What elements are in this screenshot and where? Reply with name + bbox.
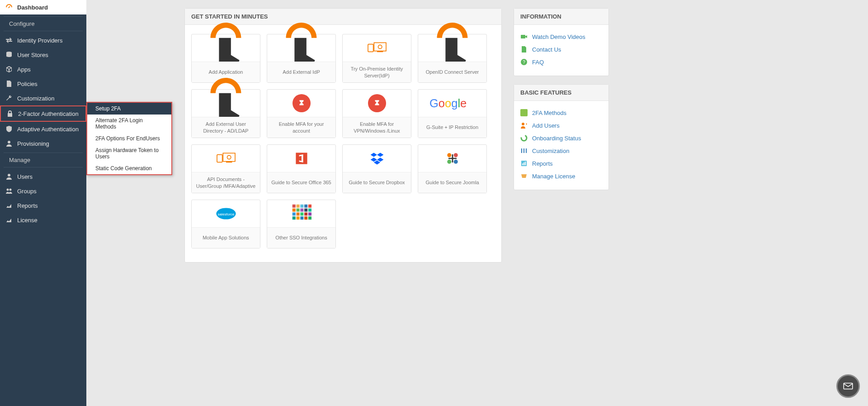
chat-button[interactable] [836,374,860,398]
card-openid-connect[interactable]: OpenID Connect Server [418,34,487,83]
sidebar-item-adaptive-auth[interactable]: Adaptive Authentication [0,122,86,136]
link-watch-demo[interactable]: Watch Demo Videos [520,30,602,43]
svg-rect-40 [308,216,311,220]
lock-icon [6,110,14,117]
info-panel-header: INFORMATION [514,9,609,25]
sidebar-item-user-stores[interactable]: User Stores [0,48,86,62]
sidebar-item-policies[interactable]: Policies [0,76,86,91]
google-logo-icon: Google [418,90,486,117]
report-icon [520,160,528,167]
card-onpremise-idp[interactable]: Try On-Premise Identity Server(IdP) [342,34,411,83]
shield-icon [5,125,13,133]
svg-rect-26 [292,209,295,212]
svg-rect-39 [304,216,307,220]
card-label: Other SSO Integrations [267,227,335,248]
link-label: Watch Demo Videos [532,33,585,40]
information-panel: INFORMATION Watch Demo Videos Contact Us… [514,8,609,76]
link-add-users[interactable]: Add Users [520,119,602,132]
svg-rect-53 [525,162,526,165]
link-contact-us[interactable]: Contact Us [520,43,602,56]
card-api-documents[interactable]: API Documents - User/Group /MFA/Adaptive [191,144,260,193]
sidebar-item-2fa[interactable]: 2-Factor Authentication [0,105,86,122]
sidebar: Dashboard Configure Identity Providers U… [0,0,86,406]
card-enable-mfa-account[interactable]: Enable MFA for your account [267,89,336,138]
svg-rect-23 [300,205,303,208]
svg-rect-33 [300,212,303,215]
link-faq[interactable]: ? FAQ [520,56,602,68]
document-icon [5,80,13,87]
card-dropbox[interactable]: Guide to Secure Dropbox [342,144,411,193]
link-customization[interactable]: Customization [520,144,602,157]
sidebar-item-groups[interactable]: Groups [0,184,86,198]
sidebar-item-apps[interactable]: Apps [0,62,86,76]
badge-icon [520,109,528,116]
submenu-item-setup-2fa[interactable]: Setup 2FA [87,103,171,115]
sidebar-item-provisioning[interactable]: Provisioning [0,136,86,151]
svg-rect-51 [522,163,523,165]
svg-rect-48 [524,148,524,153]
link-2fa-methods[interactable]: 2FA Methods [520,106,602,119]
joomla-icon [418,145,486,172]
card-label: Guide to Secure Joomla [418,172,486,193]
chart-icon [5,216,13,224]
card-add-external-idp[interactable]: Add External IdP [267,34,336,83]
link-label: Add Users [532,122,560,129]
svg-point-13 [227,155,231,159]
card-other-sso[interactable]: Other SSO Integrations [267,200,336,248]
submenu-2fa: Setup 2FA Alternate 2FA Login Methods 2F… [86,102,172,175]
submenu-item-alternate-2fa[interactable]: Alternate 2FA Login Methods [87,115,171,133]
card-joomla[interactable]: Guide to Secure Joomla [418,144,487,193]
envelope-icon [842,380,854,392]
link-onboarding-status[interactable]: Onboarding Status [520,132,602,144]
link-label: 2FA Methods [532,110,566,116]
card-label: Guide to Secure Office 365 [267,172,335,193]
apps-grid-icon [267,200,335,227]
svg-rect-22 [296,205,299,208]
sidebar-item-customization[interactable]: Customization [0,91,86,105]
sidebar-item-identity-providers[interactable]: Identity Providers [0,33,86,48]
card-label: API Documents - User/Group /MFA/Adaptive [192,172,260,193]
sidebar-item-reports[interactable]: Reports [0,198,86,213]
svg-point-8 [378,45,382,48]
office365-icon [267,145,335,172]
svg-rect-37 [296,216,299,220]
user-icon [5,173,13,180]
sidebar-item-license[interactable]: License [0,213,86,227]
card-label: Mobile App Solutions [192,227,260,248]
submenu-item-assign-token[interactable]: Assign Hardware Token to Users [87,144,171,162]
svg-rect-24 [304,205,307,208]
card-enable-mfa-vpn[interactable]: Enable MFA for VPN/Windows /Linux [342,89,411,138]
card-office365[interactable]: Guide to Secure Office 365 [267,144,336,193]
spinner-icon [520,134,528,142]
svg-rect-34 [304,212,307,215]
svg-rect-54 [844,383,853,389]
license-icon [520,172,528,180]
svg-rect-47 [521,148,522,153]
svg-rect-38 [300,216,303,220]
sidebar-section-configure: Configure [4,16,83,31]
video-icon [520,33,528,40]
devices-icon [343,34,411,62]
svg-point-45 [522,123,524,125]
submenu-item-2fa-endusers[interactable]: 2FA Options For EndUsers [87,133,171,144]
database-icon [5,51,13,58]
box-icon [5,66,13,73]
file-icon [520,46,528,53]
sidebar-item-users[interactable]: Users [0,169,86,184]
main-panel: GET STARTED IN MINUTES Add Application A… [184,8,502,263]
touch-icon [418,34,486,62]
user-add-icon [520,122,528,129]
svg-rect-10 [223,153,235,161]
svg-rect-25 [308,205,311,208]
link-reports[interactable]: Reports [520,157,602,170]
card-mobile-app[interactable]: salesforce Mobile App Solutions [191,200,260,248]
svg-rect-21 [292,205,295,208]
sidebar-item-dashboard[interactable]: Dashboard [0,0,86,14]
features-panel-header: BASIC FEATURES [514,85,609,101]
card-gsuite-ip[interactable]: Google G-Suite + IP Restriction [418,89,487,138]
svg-rect-52 [524,162,524,165]
link-label: Reports [532,160,553,167]
submenu-item-static-code[interactable]: Static Code Generation [87,162,171,174]
link-manage-license[interactable]: Manage License [520,170,602,182]
card-add-external-directory[interactable]: Add External User Directory - AD/LDAP [191,89,260,138]
